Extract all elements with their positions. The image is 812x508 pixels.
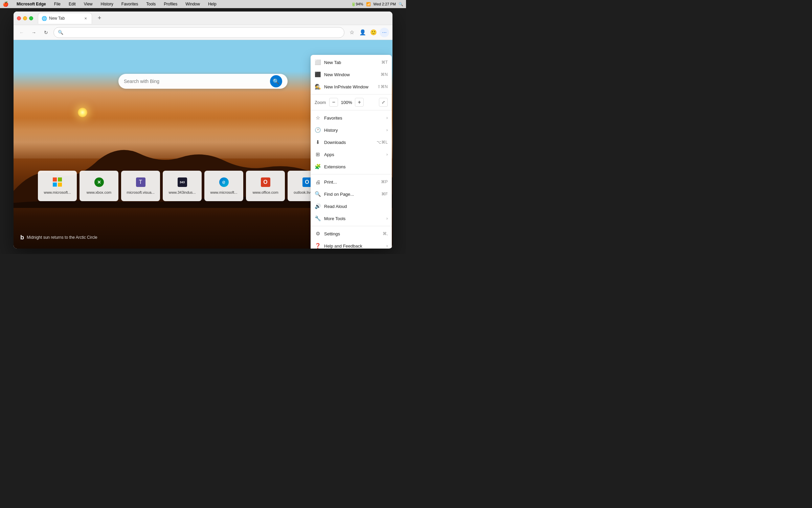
menu-settings[interactable]: ⚙ Settings ⌘, (311, 228, 392, 240)
menu-section-tools: 🖨 Print... ⌘P 🔍 Find on Page... ⌘F 🔊 Rea… (311, 174, 392, 226)
read-aloud-icon: 🔊 (315, 203, 321, 209)
title-bar: 🌐 New Tab ✕ + (14, 12, 392, 25)
menu-more-tools[interactable]: 🔧 More Tools › (311, 212, 392, 225)
new-tab-icon: ⬜ (315, 59, 321, 65)
close-button[interactable] (17, 16, 21, 20)
tab-title: New Tab (49, 16, 65, 21)
menu-new-tab[interactable]: ⬜ New Tab ⌘T (311, 56, 392, 68)
quick-link-label: www.microsoft... (44, 190, 71, 194)
zoom-fullscreen-button[interactable]: ⤢ (379, 98, 388, 107)
macos-menubar: 🍎 Microsoft Edge File Edit View History … (0, 0, 406, 8)
reload-button[interactable]: ↻ (41, 28, 51, 37)
menu-file[interactable]: File (53, 1, 62, 7)
traffic-lights (17, 16, 33, 20)
read-aloud-label: Read Aloud (324, 204, 388, 209)
find-icon: 🔍 (315, 191, 321, 197)
343-icon: 343 (178, 177, 187, 187)
menu-section-new: ⬜ New Tab ⌘T ⬛ New Window ⌘N 🕵 New InPri… (311, 55, 392, 94)
downloads-label: Downloads (324, 140, 373, 145)
quick-link-visual-studio[interactable]: T microsoft.visua... (121, 171, 160, 201)
search-bar: 🔍 (118, 74, 288, 89)
menu-downloads[interactable]: ⬇ Downloads ⌥⌘L (311, 136, 392, 148)
quick-link-343[interactable]: 343 www.343indus... (163, 171, 202, 201)
address-bar[interactable]: 🔍 (53, 27, 344, 38)
quick-link-office[interactable]: O www.office.com (246, 171, 285, 201)
search-input[interactable] (124, 79, 267, 84)
quick-link-xbox[interactable]: ✕ www.xbox.com (80, 171, 118, 201)
quick-link-label: www.343indus... (168, 190, 196, 194)
xbox-icon: ✕ (94, 177, 104, 187)
feedback-button[interactable]: 🙂 (369, 28, 378, 37)
inprivate-label: New InPrivate Window (324, 84, 374, 89)
edge-icon: e (219, 177, 229, 187)
menu-history[interactable]: 🕐 History › (311, 124, 392, 136)
forward-button[interactable]: → (29, 28, 39, 37)
menu-window[interactable]: Window (184, 1, 201, 7)
menu-tools[interactable]: Tools (145, 1, 157, 7)
history-label: History (324, 128, 383, 133)
new-window-label: New Window (324, 72, 377, 77)
menu-section-browse: ☆ Favorites › 🕐 History › ⬇ Downloads ⌥⌘… (311, 110, 392, 174)
menu-section-settings: ⚙ Settings ⌘, ❓ Help and Feedback › (311, 226, 392, 249)
bing-branding: b Midnight sun returns to the Arctic Cir… (20, 234, 97, 241)
menu-inprivate[interactable]: 🕵 New InPrivate Window ⇧⌘N (311, 81, 392, 93)
menu-print[interactable]: 🖨 Print... ⌘P (311, 176, 392, 188)
history-icon: 🕐 (315, 127, 321, 133)
office-icon: O (261, 177, 270, 187)
menu-read-aloud[interactable]: 🔊 Read Aloud (311, 200, 392, 212)
new-tab-button[interactable]: + (95, 14, 104, 23)
menu-favorites[interactable]: Favorites (120, 1, 139, 7)
settings-shortcut: ⌘, (383, 231, 388, 236)
menu-history[interactable]: History (99, 1, 115, 7)
quick-link-label: www.xbox.com (87, 190, 111, 194)
tab-close-button[interactable]: ✕ (83, 16, 88, 21)
new-window-shortcut: ⌘N (381, 72, 388, 77)
new-tab-label: New Tab (324, 60, 378, 65)
microsoft-icon (53, 177, 62, 187)
menu-apps[interactable]: ⊞ Apps › (311, 148, 392, 161)
apple-menu[interactable]: 🍎 (3, 1, 8, 7)
print-shortcut: ⌘P (381, 179, 388, 184)
teams-icon: T (136, 177, 145, 187)
menu-favorites[interactable]: ☆ Favorites › (311, 112, 392, 124)
settings-icon: ⚙ (315, 231, 321, 237)
browser-tab[interactable]: 🌐 New Tab ✕ (38, 13, 92, 24)
nav-actions: ☆ 👤 🙂 ··· (347, 28, 389, 37)
search-icon[interactable]: 🔍 (399, 2, 403, 6)
quick-link-microsoft[interactable]: www.microsoft... (38, 171, 77, 201)
profile-button[interactable]: 👤 (358, 28, 367, 37)
downloads-icon: ⬇ (315, 139, 321, 145)
apps-label: Apps (324, 152, 383, 157)
menubar-right: 🔋94% 📶 Wed 2:27 PM 🔍 (351, 2, 403, 6)
menu-section-zoom: Zoom − 100% + ⤢ (311, 94, 392, 110)
zoom-in-button[interactable]: + (355, 98, 364, 107)
menu-edit[interactable]: Edit (67, 1, 77, 7)
zoom-label: Zoom (315, 100, 326, 105)
search-icon: 🔍 (58, 30, 63, 35)
apps-arrow: › (386, 152, 388, 157)
settings-more-button[interactable]: ··· (380, 28, 389, 37)
tab-favicon: 🌐 (42, 16, 47, 21)
zoom-out-button[interactable]: − (329, 98, 338, 107)
favorites-icon: ☆ (315, 115, 321, 121)
new-tab-shortcut: ⌘T (381, 60, 388, 65)
back-button[interactable]: ← (17, 28, 26, 37)
zoom-row: Zoom − 100% + ⤢ (311, 96, 392, 109)
browser-window: 🌐 New Tab ✕ + ← → ↻ 🔍 ☆ 👤 🙂 ··· (14, 12, 392, 249)
downloads-shortcut: ⌥⌘L (377, 140, 388, 145)
more-tools-arrow: › (386, 216, 388, 221)
menu-new-window[interactable]: ⬛ New Window ⌘N (311, 68, 392, 81)
menu-profiles[interactable]: Profiles (162, 1, 179, 7)
menu-extensions[interactable]: 🧩 Extensions (311, 161, 392, 173)
menu-find[interactable]: 🔍 Find on Page... ⌘F (311, 188, 392, 200)
menu-help[interactable]: Help (207, 1, 218, 7)
favorites-button[interactable]: ☆ (347, 28, 357, 37)
menu-view[interactable]: View (83, 1, 94, 7)
menu-help-feedback[interactable]: ❓ Help and Feedback › (311, 240, 392, 249)
minimize-button[interactable] (23, 16, 27, 20)
app-name[interactable]: Microsoft Edge (15, 1, 47, 7)
search-button[interactable]: 🔍 (270, 75, 282, 87)
quick-link-edge[interactable]: e www.microsoft... (204, 171, 243, 201)
maximize-button[interactable] (29, 16, 33, 20)
find-shortcut: ⌘F (381, 192, 388, 196)
